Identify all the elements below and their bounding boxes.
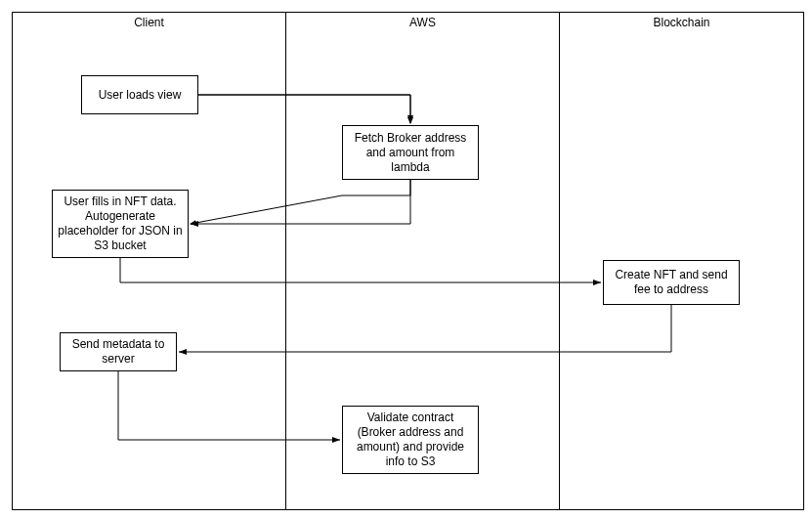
node-send-metadata: Send metadata to server xyxy=(60,332,177,371)
node-label: Fetch Broker address and amount from lam… xyxy=(347,131,474,175)
lane-header-client: Client xyxy=(13,13,285,33)
node-create-nft: Create NFT and send fee to address xyxy=(603,260,740,305)
node-validate: Validate contract (Broker address and am… xyxy=(342,406,479,474)
swimlane-diagram: Client AWS Blockchain User loads view Fe… xyxy=(0,0,812,519)
lane-header-aws: AWS xyxy=(286,13,559,33)
node-label: User loads view xyxy=(99,88,182,103)
node-label: Validate contract (Broker address and am… xyxy=(347,411,474,469)
node-fetch-broker: Fetch Broker address and amount from lam… xyxy=(342,125,479,180)
lane-header-blockchain: Blockchain xyxy=(560,13,803,33)
node-load-view: User loads view xyxy=(81,75,198,114)
node-fill-nft: User fills in NFT data. Autogenerate pla… xyxy=(52,190,189,258)
node-label: Send metadata to server xyxy=(64,337,172,367)
node-label: Create NFT and send fee to address xyxy=(608,268,735,297)
node-label: User fills in NFT data. Autogenerate pla… xyxy=(57,195,184,253)
